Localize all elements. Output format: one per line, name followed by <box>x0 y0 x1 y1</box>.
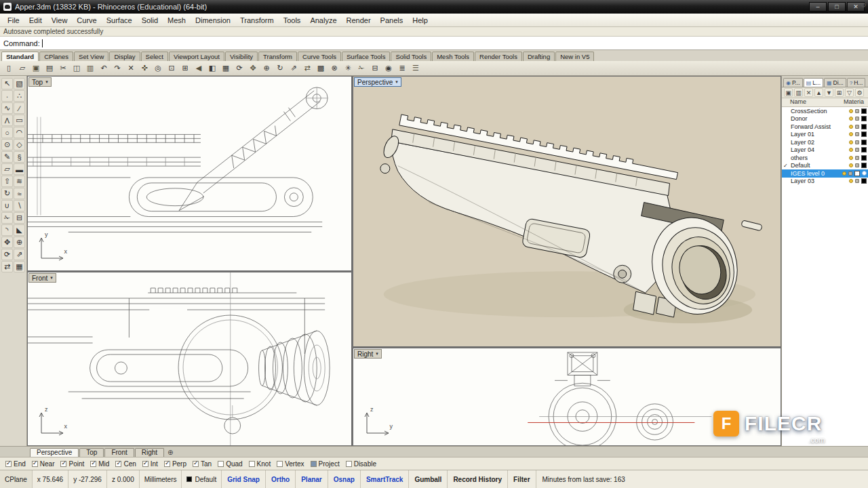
layer-color-swatch[interactable] <box>861 116 867 121</box>
zoom-extents-icon[interactable]: ⊞ <box>179 62 191 75</box>
toolbar-tab[interactable]: Surface Tools <box>342 52 390 61</box>
layer-lock-icon[interactable] <box>855 156 859 160</box>
polygon-icon[interactable]: ◇ <box>14 139 25 150</box>
toolbar-tab[interactable]: Display <box>109 52 140 61</box>
plane-icon[interactable]: ▬ <box>14 163 25 175</box>
undo-icon[interactable]: ↶ <box>98 62 110 75</box>
perspective-viewport[interactable]: Perspective ▾ <box>353 76 781 347</box>
copy-icon[interactable]: ◫ <box>71 62 83 75</box>
boolean-union-icon[interactable]: ∪ <box>1 200 13 211</box>
layer-lock-icon[interactable] <box>855 140 859 144</box>
join-icon[interactable]: ⊗ <box>328 62 340 75</box>
toolbar-tab[interactable]: Mesh Tools <box>432 52 474 61</box>
layer-color-swatch[interactable] <box>861 147 867 152</box>
front-viewport-title[interactable]: Front ▾ <box>28 273 56 283</box>
layer-tools-icon[interactable]: ⚙ <box>855 88 864 97</box>
right-viewport-title[interactable]: Right ▾ <box>354 349 382 359</box>
rectangle-icon[interactable]: ▭ <box>14 115 25 126</box>
osnap-checkbox[interactable] <box>32 461 38 467</box>
layer-row[interactable]: Layer 02 <box>782 138 868 146</box>
toolbar-tab[interactable]: Transform <box>258 52 297 61</box>
status-toggle-pane[interactable]: Planar <box>296 470 328 488</box>
move-up-icon[interactable]: ▲ <box>814 88 823 97</box>
new-layer-icon[interactable]: ▣ <box>784 88 793 97</box>
shaded-view-icon[interactable]: ◧ <box>206 62 218 75</box>
line-icon[interactable]: ∕ <box>14 102 25 114</box>
zoom-window-icon[interactable]: ⊡ <box>165 62 178 75</box>
layer-visibility-bulb-icon[interactable] <box>849 132 853 136</box>
top-viewport[interactable]: Top ▾ y x <box>27 76 352 271</box>
toolbar-tab[interactable]: CPlanes <box>39 52 73 61</box>
layer-visibility-bulb-icon[interactable] <box>849 117 853 121</box>
move-icon[interactable]: ✥ <box>1 237 13 248</box>
viewport-tab[interactable]: Perspective <box>30 448 79 457</box>
units-pane[interactable]: Millimeters <box>140 470 182 488</box>
layer-lock-icon[interactable] <box>855 125 859 129</box>
scale-icon[interactable]: ⇗ <box>14 249 25 260</box>
lasso-select-icon[interactable]: ▧ <box>14 78 25 89</box>
redo-icon[interactable]: ↷ <box>111 62 123 75</box>
menu-item[interactable]: Analyze <box>305 15 341 26</box>
zoom-dynamic-icon[interactable]: ◎ <box>152 62 164 75</box>
osnap-checkbox[interactable] <box>218 461 224 467</box>
osnap-checkbox[interactable] <box>311 461 317 467</box>
layer-color-swatch[interactable] <box>861 140 867 145</box>
toolbar-tab[interactable]: Curve Tools <box>298 52 341 61</box>
mirror-icon[interactable]: ⇄ <box>1 261 13 272</box>
toolbar-tab[interactable]: Solid Tools <box>391 52 431 61</box>
toolbar-tab[interactable]: Viewport Layout <box>169 52 224 61</box>
boolean-difference-icon[interactable]: ∖ <box>14 200 25 211</box>
osnap-checkbox[interactable] <box>164 461 170 467</box>
layer-color-swatch[interactable] <box>854 171 860 176</box>
osnap-toggle[interactable]: Project <box>311 460 340 468</box>
print-icon[interactable]: ▤ <box>43 62 56 75</box>
panel-settings-icon[interactable]: ⚙ <box>861 1 867 9</box>
delete-icon[interactable]: ✕ <box>125 62 137 75</box>
status-toggle-pane[interactable]: Grid Snap <box>222 470 266 488</box>
save-icon[interactable]: ▣ <box>30 62 42 75</box>
viewport-menu-arrow-icon[interactable]: ▾ <box>376 351 378 357</box>
select-icon[interactable]: ↖ <box>1 78 13 89</box>
layer-row[interactable]: CrossSection <box>782 107 868 115</box>
perspective-viewport-title[interactable]: Perspective ▾ <box>354 77 401 87</box>
osnap-toggle[interactable]: Disable <box>346 460 376 468</box>
menu-item[interactable]: Transform <box>235 15 279 26</box>
status-toggle-pane[interactable]: Record History <box>448 470 508 488</box>
chamfer-icon[interactable]: ◣ <box>14 224 25 236</box>
osnap-toggle[interactable]: Near <box>32 460 55 468</box>
new-file-icon[interactable]: ▯ <box>3 62 15 75</box>
layer-color-swatch[interactable] <box>861 155 867 161</box>
undo-view-icon[interactable]: ◀ <box>193 62 205 75</box>
fillet-icon[interactable]: ◝ <box>1 224 13 236</box>
layer-row[interactable]: Donor <box>782 115 868 123</box>
viewport-tab[interactable]: Top <box>79 448 104 457</box>
rotate-icon[interactable]: ⟳ <box>1 249 13 260</box>
mirror-icon[interactable]: ⇄ <box>301 62 313 75</box>
command-line[interactable]: Command: <box>0 37 868 50</box>
new-viewport-tab-button[interactable]: ⊕ <box>164 449 176 457</box>
move-icon[interactable]: ✥ <box>247 62 259 75</box>
menu-item[interactable]: File <box>3 15 24 26</box>
open-file-icon[interactable]: ▱ <box>16 62 28 75</box>
panel-tab-layers[interactable]: ▤ L... <box>804 78 823 87</box>
osnap-toggle[interactable]: End <box>5 460 26 468</box>
status-toggle-pane[interactable]: Filter <box>508 470 536 488</box>
expand-all-icon[interactable]: ⊞ <box>835 88 844 97</box>
osnap-toggle[interactable]: Cen <box>115 460 136 468</box>
status-toggle-pane[interactable]: SmartTrack <box>361 470 409 488</box>
array-icon[interactable]: ▩ <box>315 62 327 75</box>
layer-row[interactable]: Layer 01 <box>782 131 868 139</box>
sweep-icon[interactable]: ≈ <box>14 188 25 199</box>
osnap-checkbox[interactable] <box>249 461 255 467</box>
layer-row[interactable]: Forward Assist <box>782 123 868 131</box>
active-layer-pane[interactable]: Default <box>182 470 222 488</box>
layer-color-swatch[interactable] <box>861 108 867 114</box>
layer-row[interactable]: Default <box>782 162 868 170</box>
osnap-toggle[interactable]: Point <box>60 460 84 468</box>
layer-visibility-bulb-icon[interactable] <box>849 140 853 144</box>
layer-row[interactable]: others <box>782 154 868 162</box>
osnap-checkbox[interactable] <box>277 461 283 467</box>
layer-visibility-bulb-icon[interactable] <box>849 163 853 167</box>
osnap-toggle[interactable]: Knot <box>249 460 271 468</box>
properties-icon[interactable]: ☰ <box>410 62 422 75</box>
